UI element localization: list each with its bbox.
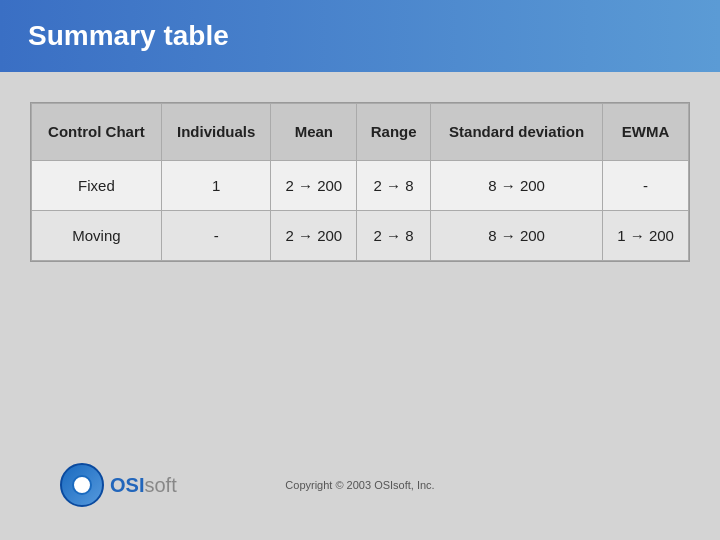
- table-row: Fixed12 → 2002 → 88 → 200-: [32, 160, 689, 210]
- cell-mean: 2 → 200: [271, 210, 357, 260]
- logo-osi: OSI: [110, 474, 144, 496]
- col-header-mean: Mean: [271, 104, 357, 161]
- col-header-individuals: Individuals: [161, 104, 271, 161]
- col-header-control-chart: Control Chart: [32, 104, 162, 161]
- logo-text: OSIsoft: [110, 474, 177, 497]
- cell-ewma: 1 → 200: [603, 210, 689, 260]
- cell-std_dev: 8 → 200: [431, 210, 603, 260]
- company-logo: OSIsoft: [60, 463, 177, 507]
- logo-soft: soft: [144, 474, 176, 496]
- cell-individuals: 1: [161, 160, 271, 210]
- footer: OSIsoft Copyright © 2003 OSIsoft, Inc.: [30, 450, 690, 520]
- cell-range: 2 → 8: [357, 210, 431, 260]
- page-title: Summary table: [28, 20, 229, 52]
- cell-control_chart: Fixed: [32, 160, 162, 210]
- table-header-row: Control Chart Individuals Mean Range Sta…: [32, 104, 689, 161]
- cell-std_dev: 8 → 200: [431, 160, 603, 210]
- logo-icon: [60, 463, 104, 507]
- col-header-range: Range: [357, 104, 431, 161]
- page-header: Summary table: [0, 0, 720, 72]
- cell-individuals: -: [161, 210, 271, 260]
- page-content: Control Chart Individuals Mean Range Sta…: [0, 72, 720, 540]
- copyright-text: Copyright © 2003 OSIsoft, Inc.: [285, 479, 434, 491]
- col-header-std-dev: Standard deviation: [431, 104, 603, 161]
- col-header-ewma: EWMA: [603, 104, 689, 161]
- summary-table-wrapper: Control Chart Individuals Mean Range Sta…: [30, 102, 690, 262]
- cell-mean: 2 → 200: [271, 160, 357, 210]
- cell-control_chart: Moving: [32, 210, 162, 260]
- logo-inner-circle: [72, 475, 92, 495]
- summary-table: Control Chart Individuals Mean Range Sta…: [31, 103, 689, 261]
- page: Summary table Control Chart Individuals …: [0, 0, 720, 540]
- cell-ewma: -: [603, 160, 689, 210]
- cell-range: 2 → 8: [357, 160, 431, 210]
- table-row: Moving-2 → 2002 → 88 → 2001 → 200: [32, 210, 689, 260]
